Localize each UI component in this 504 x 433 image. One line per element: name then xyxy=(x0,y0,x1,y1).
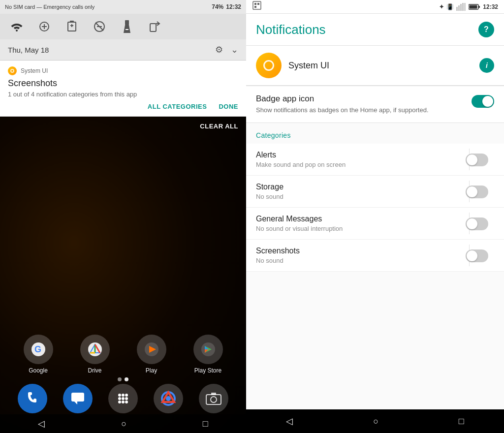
drive-app-icon xyxy=(80,335,110,364)
dock-launcher-icon[interactable] xyxy=(108,384,138,413)
general-messages-toggle-knob xyxy=(467,218,477,229)
notif-actions: ALL CATEGORIES DONE xyxy=(8,103,238,110)
notif-app-row: System UI xyxy=(8,66,238,75)
categories-list: Alerts Make sound and pop on screen Stor… xyxy=(246,144,504,272)
playstore-app-icon xyxy=(193,335,223,364)
alerts-toggle-wrap xyxy=(460,153,494,166)
svg-rect-9 xyxy=(150,24,156,31)
sim-status: No SIM card — Emergency calls only xyxy=(5,4,94,10)
svg-rect-39 xyxy=(253,1,261,9)
badge-toggle[interactable] xyxy=(472,95,494,108)
svg-point-37 xyxy=(211,397,217,402)
category-general-messages[interactable]: General Messages No sound or visual inte… xyxy=(246,208,504,240)
google-app-icon: G xyxy=(24,335,53,364)
categories-label: Categories xyxy=(256,131,291,139)
alerts-text: Alerts Make sound and pop on screen xyxy=(256,151,460,168)
all-categories-button[interactable]: ALL CATEGORIES xyxy=(148,103,207,110)
dnd-icon[interactable] xyxy=(91,18,108,35)
expand-chevron-icon[interactable]: ⌄ xyxy=(231,44,238,55)
svg-rect-23 xyxy=(71,393,84,402)
badge-row: Badge app icon Show notifications as bad… xyxy=(256,94,494,115)
battery-plus-icon[interactable] xyxy=(63,18,81,35)
quick-settings xyxy=(0,14,246,39)
settings-gear-icon[interactable]: ⚙ xyxy=(215,44,223,55)
drive-label: Drive xyxy=(88,367,101,374)
general-messages-toggle[interactable] xyxy=(466,217,488,230)
app-row-top: G Google xyxy=(10,335,236,374)
clear-all-button[interactable]: CLEAR ALL xyxy=(200,123,238,130)
rotate-icon[interactable] xyxy=(146,18,163,35)
dock-phone-icon[interactable] xyxy=(18,384,47,413)
done-button[interactable]: DONE xyxy=(219,103,238,110)
svg-point-29 xyxy=(122,397,125,400)
help-button[interactable]: ? xyxy=(478,22,494,37)
dock-messages-icon[interactable] xyxy=(63,384,93,413)
clock-right: 12:32 xyxy=(483,3,498,10)
app-google[interactable]: G Google xyxy=(24,335,53,374)
screenshots-toggle-wrap xyxy=(460,248,494,262)
recents-button-left[interactable]: □ xyxy=(203,419,208,429)
dock-chrome-icon[interactable] xyxy=(154,384,183,413)
svg-rect-40 xyxy=(254,3,256,5)
wifi-quick-icon[interactable] xyxy=(8,18,26,35)
battery-saver-icon[interactable] xyxy=(35,18,53,35)
vibrate-icon: 📳 xyxy=(446,3,454,10)
category-screenshots[interactable]: Screenshots No sound xyxy=(246,240,504,272)
storage-title: Storage xyxy=(256,183,460,191)
left-panel: No SIM card — Emergency calls only 74% 1… xyxy=(0,0,246,433)
nav-bar-left: ◁ ○ □ xyxy=(0,414,246,433)
categories-section-header: Categories xyxy=(246,123,504,144)
screenshots-toggle[interactable] xyxy=(466,249,488,262)
system-ui-small-icon xyxy=(8,66,17,75)
flashlight-icon[interactable] xyxy=(118,18,136,35)
app-drive[interactable]: Drive xyxy=(80,335,110,374)
svg-point-31 xyxy=(118,401,121,403)
svg-point-33 xyxy=(125,401,128,403)
app-play[interactable]: Play xyxy=(137,335,166,374)
battery-percent: 74% xyxy=(212,3,223,10)
date-display: Thu, May 18 xyxy=(8,46,49,54)
system-ui-app-name: System UI xyxy=(288,61,329,71)
general-messages-toggle-wrap xyxy=(460,216,494,230)
system-ui-row[interactable]: System UI i xyxy=(246,46,504,86)
toggle-knob xyxy=(482,96,493,107)
notifications-header: Notifications ? xyxy=(246,14,504,46)
screenshots-subtitle: No sound xyxy=(256,257,460,264)
category-storage[interactable]: Storage No sound xyxy=(246,176,504,208)
notifications-page-title: Notifications xyxy=(256,22,326,37)
storage-toggle[interactable] xyxy=(466,186,488,198)
storage-toggle-knob xyxy=(467,186,477,197)
svg-rect-8 xyxy=(126,29,128,30)
svg-point-0 xyxy=(16,30,18,31)
svg-rect-38 xyxy=(211,393,216,395)
badge-text: Badge app icon Show notifications as bad… xyxy=(256,94,472,115)
app-playstore[interactable]: Play Store xyxy=(193,335,223,374)
status-right-icons: ✦ 📳 12:32 xyxy=(439,3,498,11)
info-button[interactable]: i xyxy=(479,58,494,73)
home-screen: CLEAR ALL G Google xyxy=(0,117,246,433)
back-button-left[interactable]: ◁ xyxy=(38,418,45,429)
status-right-icon xyxy=(252,0,262,13)
category-alerts[interactable]: Alerts Make sound and pop on screen xyxy=(246,144,504,176)
google-label: Google xyxy=(29,367,48,374)
status-bar-right: ✦ 📳 12:32 xyxy=(246,0,504,14)
app-grid: G Google xyxy=(0,335,246,374)
storage-toggle-wrap xyxy=(460,185,494,198)
home-button-left[interactable]: ○ xyxy=(121,419,126,429)
back-button-right[interactable]: ◁ xyxy=(286,416,293,427)
home-button-right[interactable]: ○ xyxy=(373,416,378,427)
page-dot-1 xyxy=(118,377,122,381)
notif-subtitle: 1 out of 4 notification categories from … xyxy=(8,91,238,98)
playstore-label: Play Store xyxy=(194,367,221,374)
storage-text: Storage No sound xyxy=(256,183,460,200)
badge-title: Badge app icon xyxy=(256,94,472,104)
system-ui-logo-ring xyxy=(263,60,274,71)
badge-subtitle: Show notifications as badges on the Home… xyxy=(256,106,472,115)
recents-button-right[interactable]: □ xyxy=(459,416,464,427)
dock-camera-icon[interactable] xyxy=(199,384,228,413)
notif-title: Screenshots xyxy=(8,78,238,89)
alerts-title: Alerts xyxy=(256,151,460,159)
svg-rect-44 xyxy=(478,6,480,8)
svg-point-26 xyxy=(122,394,125,397)
alerts-toggle[interactable] xyxy=(466,154,488,166)
